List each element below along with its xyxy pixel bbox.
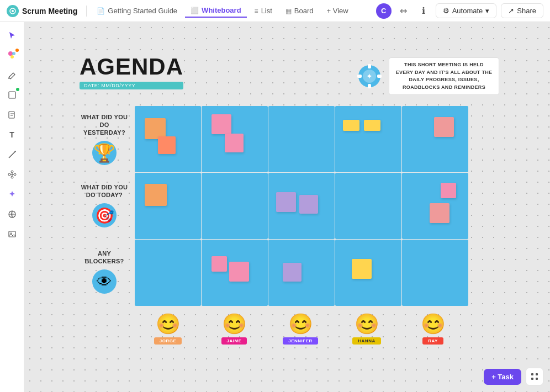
jorge-name: JORGE [154,337,182,345]
svg-text:✦: ✦ [366,72,373,81]
cell-1-2[interactable] [202,106,268,172]
collapse-icon[interactable]: ⇔ [396,3,411,19]
svg-point-1 [12,10,14,12]
sticky-note[interactable] [145,184,167,206]
svg-point-4 [10,55,14,59]
svg-rect-5 [9,92,15,98]
sticky-note[interactable] [434,117,454,137]
svg-rect-17 [368,84,371,88]
cell-2-3[interactable] [268,173,335,239]
tab-board[interactable]: ▦ Board [280,4,319,17]
tab-getting-started[interactable]: 📄 Getting Started Guide [91,4,183,17]
person-jorge: 😊 JORGE [135,314,201,345]
add-task-button[interactable]: + Task [484,369,521,385]
ray-face: 😊 [421,314,446,334]
cell-2-2[interactable] [202,173,268,239]
cell-1-3[interactable] [268,106,335,172]
sticky-note[interactable] [158,136,176,154]
svg-point-9 [14,173,16,176]
person-jennifer: 😊 JENNIFER [267,314,334,345]
row-label-yesterday: WHAT DID YOUDO YESTERDAY? 🏆 [80,106,129,172]
sticky-note[interactable] [211,114,231,134]
sidebar-line-tool[interactable] [3,146,21,163]
svg-rect-19 [377,75,382,78]
svg-rect-23 [531,378,533,380]
sidebar-globe-tool[interactable] [3,205,21,223]
svg-point-8 [11,171,13,173]
sidebar-text-tool[interactable]: T [3,126,21,144]
sticky-note[interactable] [225,134,244,152]
whiteboard-canvas[interactable]: AGENDA DATE: MM/DD/YYYY [24,22,550,392]
cell-1-5[interactable] [402,106,468,172]
sidebar-ai-tool[interactable] [3,186,21,203]
info-icon[interactable]: ℹ [416,3,431,19]
automate-icon: ⚙ [443,7,449,15]
main-layout: T [0,22,550,392]
cell-3-5[interactable] [402,240,468,306]
svg-rect-6 [9,112,14,118]
grid-row-2 [135,173,499,239]
jaime-face: 😊 [222,314,247,334]
sidebar-pencil-tool[interactable] [3,66,21,84]
bottom-right-toolbar: + Task [484,368,543,385]
app-logo[interactable]: Scrum Meeting [7,5,77,17]
row-label-today: WHAT DID YOUDO TODAY? 🎯 [80,172,129,239]
sticky-note[interactable] [276,192,296,212]
svg-point-2 [8,51,13,56]
cell-1-4[interactable] [335,106,401,172]
svg-rect-24 [536,378,538,380]
sticky-note[interactable] [299,195,318,214]
grid-view-button[interactable] [526,368,543,385]
sticky-note[interactable] [343,120,359,131]
date-chip: DATE: MM/DD/YYYY [80,82,183,89]
cell-3-3[interactable] [268,240,335,306]
grid-row-1 [135,106,499,172]
app-title: Scrum Meeting [22,7,77,15]
sticky-note[interactable] [441,183,456,198]
sidebar-brush-tool[interactable] [3,46,21,64]
left-sidebar: T [0,22,24,392]
jennifer-face: 😊 [288,314,313,334]
cell-3-1[interactable] [135,240,201,306]
whiteboard-content: AGENDA DATE: MM/DD/YYYY [80,55,499,345]
sticky-note[interactable] [364,120,380,131]
person-ray: 😊 RAY [400,314,466,345]
sticky-note[interactable] [229,262,249,282]
sidebar-nodes-tool[interactable] [3,166,21,183]
hanna-name: HANNA [352,337,380,345]
chevron-down-icon: ▾ [485,7,489,15]
cell-2-4[interactable] [335,173,401,239]
jennifer-name: JENNIFER [283,337,318,345]
wb-header: AGENDA DATE: MM/DD/YYYY [80,55,499,95]
share-icon: ↗ [508,7,514,15]
svg-point-10 [11,176,13,178]
jaime-name: JAIME [221,337,247,345]
tab-add-view[interactable]: + View [321,4,354,17]
hanna-face: 😊 [355,314,379,334]
cell-1-1[interactable] [135,106,201,172]
whiteboard-grid [135,106,499,306]
sidebar-shape-tool[interactable] [3,86,21,104]
avatar[interactable]: C [376,3,392,19]
sticky-note[interactable] [430,203,449,223]
svg-rect-16 [368,64,371,68]
logo-icon [7,5,19,17]
row-label-blockers: ANY BLOCKERS? 👁 [80,239,129,305]
cell-2-5[interactable] [402,173,468,239]
sidebar-note-tool[interactable] [3,106,21,124]
share-button[interactable]: ↗ Share [501,3,543,18]
sticky-note[interactable] [211,256,227,272]
jorge-face: 😊 [156,314,181,334]
automate-button[interactable]: ⚙ Automate ▾ [436,3,497,18]
tab-whiteboard[interactable]: ⬜ Whiteboard [185,4,247,18]
tab-list[interactable]: ≡ List [249,4,278,17]
emoji-persons-row: 😊 JORGE 😊 JAIME 😊 JENNIFER 😊 HANNA 😊 [135,314,499,345]
sidebar-image-tool[interactable] [3,225,21,243]
ray-name: RAY [422,337,443,345]
sticky-note[interactable] [352,259,372,279]
sidebar-cursor-tool[interactable] [3,27,21,44]
cell-3-4[interactable] [335,240,401,306]
sticky-note[interactable] [283,263,302,282]
cell-3-2[interactable] [202,240,268,306]
cell-2-1[interactable] [135,173,201,239]
